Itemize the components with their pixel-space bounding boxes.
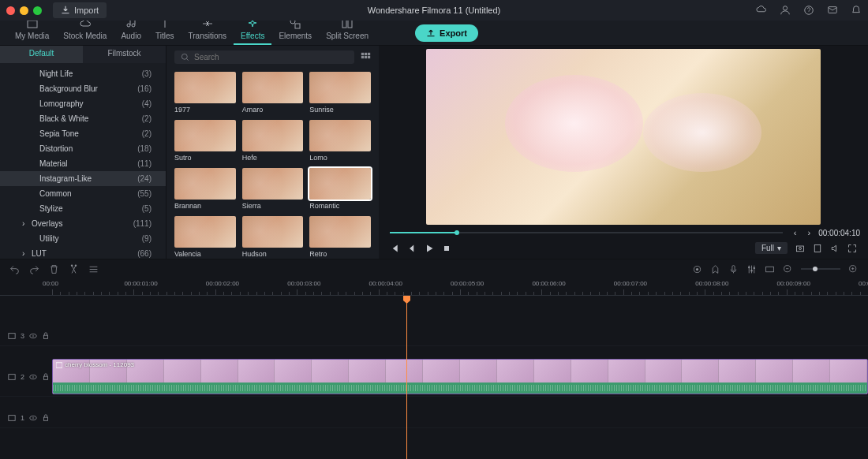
track-3[interactable]: 3 xyxy=(0,326,868,346)
stop-icon[interactable] xyxy=(442,244,451,253)
category-sidebar: Default Filmstock Night Life(3)Backgroun… xyxy=(0,46,166,259)
category-night-life[interactable]: Night Life(3) xyxy=(0,66,166,81)
record-icon[interactable] xyxy=(692,264,702,274)
category-sepia-tone[interactable]: Sepia Tone(2) xyxy=(0,126,166,141)
effect-amaro[interactable]: Amaro xyxy=(242,72,304,114)
eye-icon[interactable] xyxy=(29,414,37,422)
delete-icon[interactable] xyxy=(49,264,59,274)
category-utility[interactable]: Utility(9) xyxy=(0,231,166,246)
prev-marker-icon[interactable]: ‹ xyxy=(791,228,800,237)
media-icon xyxy=(8,373,16,381)
maximize-window[interactable] xyxy=(33,6,42,15)
effect-lomo[interactable]: Lomo xyxy=(309,120,371,162)
tab-my-media[interactable]: My Media xyxy=(8,17,56,45)
effect-retro[interactable]: Retro xyxy=(309,216,371,258)
titlebar: Import Wondershare Filmora 11 (Untitled) xyxy=(0,0,868,21)
account-icon[interactable] xyxy=(780,5,791,16)
track-label: 1 xyxy=(21,414,24,422)
tab-transitions[interactable]: Transitions xyxy=(181,17,234,45)
notification-icon[interactable] xyxy=(851,5,862,16)
category-background-blur[interactable]: Background Blur(16) xyxy=(0,81,166,96)
tab-stock-media[interactable]: Stock Media xyxy=(56,17,114,45)
svg-rect-17 xyxy=(797,246,804,252)
tab-elements[interactable]: Elements xyxy=(271,17,319,45)
time-ruler[interactable]: 00:0000:00:01:0000:00:02:0000:00:03:0000… xyxy=(0,278,868,296)
tab-audio[interactable]: Audio xyxy=(114,17,148,45)
voiceover-icon[interactable] xyxy=(728,264,739,274)
zoom-in-icon[interactable] xyxy=(848,264,859,274)
search-box[interactable] xyxy=(174,50,354,64)
category-lomography[interactable]: Lomography(4) xyxy=(0,96,166,111)
effect-hudson[interactable]: Hudson xyxy=(242,216,304,258)
effect-hefe[interactable]: Hefe xyxy=(242,120,304,162)
category-stylize[interactable]: Stylize(5) xyxy=(0,201,166,216)
export-button[interactable]: Export xyxy=(415,24,478,42)
tab-effects[interactable]: Effects xyxy=(234,17,271,45)
effect-sierra[interactable]: Sierra xyxy=(242,168,304,210)
sidebar-tab-filmstock[interactable]: Filmstock xyxy=(83,46,166,63)
lock-icon[interactable] xyxy=(42,332,50,340)
snapshot-icon[interactable] xyxy=(795,244,805,253)
preview-video[interactable] xyxy=(426,49,821,225)
message-icon[interactable] xyxy=(827,5,838,16)
step-back-icon[interactable] xyxy=(407,244,417,253)
settings-icon[interactable] xyxy=(765,264,775,274)
redo-icon[interactable] xyxy=(29,264,39,274)
category-black---white[interactable]: Black & White(2) xyxy=(0,111,166,126)
lock-icon[interactable] xyxy=(42,414,50,422)
import-label: Import xyxy=(74,6,99,15)
video-clip[interactable]: cherry blossom - 112093 xyxy=(52,359,868,394)
mark-in-icon[interactable] xyxy=(813,244,822,253)
import-button[interactable]: Import xyxy=(53,2,107,18)
sidebar-tab-default[interactable]: Default xyxy=(0,46,83,63)
svg-rect-15 xyxy=(368,56,370,58)
preview-progress[interactable] xyxy=(390,230,783,235)
svg-rect-38 xyxy=(44,376,48,379)
category-overlays[interactable]: ›Overlays(111) xyxy=(0,216,166,231)
search-input[interactable] xyxy=(194,53,348,62)
lock-icon[interactable] xyxy=(42,373,50,381)
play-icon[interactable] xyxy=(425,244,434,253)
cloud-icon[interactable] xyxy=(756,5,767,16)
svg-rect-43 xyxy=(44,417,48,420)
grid-view-icon[interactable] xyxy=(361,52,371,62)
effect-thumbnail xyxy=(309,168,371,200)
next-marker-icon[interactable]: › xyxy=(805,228,814,237)
category-lut[interactable]: ›LUT(66) xyxy=(0,246,166,259)
tab-split-screen[interactable]: Split Screen xyxy=(319,17,376,45)
svg-point-21 xyxy=(75,264,77,266)
effect-sutro[interactable]: Sutro xyxy=(174,120,236,162)
tab-titles[interactable]: Titles xyxy=(148,17,181,45)
svg-point-42 xyxy=(32,417,34,419)
minimize-window[interactable] xyxy=(20,6,28,15)
eye-icon[interactable] xyxy=(29,373,37,381)
zoom-slider[interactable] xyxy=(801,268,840,270)
menu-icon[interactable] xyxy=(88,264,99,274)
quality-select[interactable]: Full ▾ xyxy=(755,242,788,254)
volume-icon[interactable] xyxy=(830,244,840,253)
category-material[interactable]: Material(11) xyxy=(0,156,166,171)
effect-brannan[interactable]: Brannan xyxy=(174,168,236,210)
clip-label: cherry blossom - 112093 xyxy=(56,361,134,368)
effect-romantic[interactable]: Romantic xyxy=(309,168,371,210)
mixer-icon[interactable] xyxy=(746,264,757,274)
prev-frame-icon[interactable] xyxy=(390,244,399,253)
help-icon[interactable] xyxy=(803,5,814,16)
effect-sunrise[interactable]: Sunrise xyxy=(309,72,371,114)
effect-thumbnail xyxy=(242,72,304,103)
ruler-label: 00:00 xyxy=(43,280,58,287)
category-common[interactable]: Common(55) xyxy=(0,186,166,201)
eye-icon[interactable] xyxy=(29,332,37,340)
close-window[interactable] xyxy=(6,6,15,15)
track-2[interactable]: 2 cherry blossom - 112093 xyxy=(0,357,868,397)
effect-1977[interactable]: 1977 xyxy=(174,72,236,114)
category-instagram-like[interactable]: Instagram-Like(24) xyxy=(0,171,166,186)
undo-icon[interactable] xyxy=(9,264,20,274)
category-distortion[interactable]: Distortion(18) xyxy=(0,141,166,156)
track-1[interactable]: 1 xyxy=(0,408,868,428)
effect-valencia[interactable]: Valencia xyxy=(174,216,236,258)
split-icon[interactable] xyxy=(69,264,79,274)
zoom-out-icon[interactable] xyxy=(783,264,793,274)
fullscreen-icon[interactable] xyxy=(847,244,857,253)
marker-icon[interactable] xyxy=(710,264,720,274)
